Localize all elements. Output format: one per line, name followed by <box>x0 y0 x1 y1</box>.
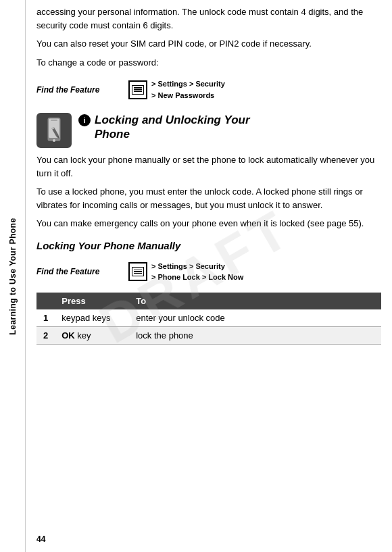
find-feature-1-label: Find the Feature <box>36 85 124 95</box>
find-feature-2: Find the Feature > Settings > Security >… <box>36 258 381 286</box>
table-cell-press: OK key <box>55 326 129 344</box>
find-feature-2-label: Find the Feature <box>36 267 124 276</box>
main-content: accessing your personal information. The… <box>26 0 392 552</box>
section-title-wrapper: i Locking and Unlocking Your Phone <box>78 113 381 142</box>
find-feature-2-path: > Settings > Security > Phone Lock > Loc… <box>151 261 243 283</box>
table-col-press: Press <box>55 293 129 309</box>
menu-line-2 <box>134 89 142 91</box>
menu-icon-2-inner <box>132 267 144 276</box>
phone-icon-svg <box>44 118 64 143</box>
table-cell-to: lock the phone <box>129 326 381 344</box>
section-title: Locking and Unlocking Your Phone <box>95 113 250 142</box>
table-cell-to: enter your unlock code <box>129 309 381 327</box>
table-row: 2OK keylock the phone <box>36 326 381 344</box>
intro-para2: You can also reset your SIM card PIN cod… <box>36 37 381 51</box>
menu-icon-2 <box>128 262 147 281</box>
press-table: Press To 1keypad keysenter your unlock c… <box>36 293 381 345</box>
body-para3: You can make emergency calls on your pho… <box>36 217 381 230</box>
section-title-line1: Locking and Unlocking Your <box>95 114 250 126</box>
menu-icon-inner <box>132 85 144 95</box>
body-para1: You can lock your phone manually or set … <box>36 153 381 180</box>
sidebar: Learning to Use Your Phone <box>0 0 26 552</box>
phone-icon-box <box>36 113 72 148</box>
table-row: 1keypad keysenter your unlock code <box>36 309 381 327</box>
svg-point-2 <box>53 139 55 142</box>
menu-icon <box>128 80 147 99</box>
intro-para1: accessing your personal information. The… <box>36 5 381 32</box>
table-cell-num: 1 <box>36 309 55 327</box>
find-feature-2-path-line2: > Phone Lock > Lock Now <box>151 272 243 283</box>
menu-line-1 <box>134 87 142 89</box>
find-feature-1: Find the Feature > Settings > Security >… <box>36 76 381 103</box>
section-title-line2: Phone <box>95 128 130 141</box>
find-feature-1-path-line1: > Settings > Security <box>151 78 225 90</box>
info-badge: i <box>78 114 91 126</box>
table-cell-num: 2 <box>36 326 55 344</box>
sidebar-label: Learning to Use Your Phone <box>8 218 18 334</box>
table-col-num <box>36 293 55 309</box>
page-number: 44 <box>36 534 45 544</box>
table-cell-press: keypad keys <box>55 309 129 327</box>
section-header: i Locking and Unlocking Your Phone <box>36 113 381 148</box>
find-feature-1-path-line2: > New Passwords <box>151 90 225 101</box>
table-col-to: To <box>129 293 381 309</box>
body-para2: To use a locked phone, you must enter th… <box>36 185 381 211</box>
menu-line-6 <box>134 273 142 274</box>
subsection-title: Locking Your Phone Manually <box>36 240 381 251</box>
menu-line-5 <box>134 271 142 272</box>
intro-para3: To change a code or password: <box>36 56 381 70</box>
table-header-row: Press To <box>36 293 381 309</box>
find-feature-1-path: > Settings > Security > New Passwords <box>151 78 225 101</box>
menu-line-4 <box>134 270 142 271</box>
find-feature-2-path-line1: > Settings > Security <box>151 261 243 272</box>
page-container: Learning to Use Your Phone accessing you… <box>0 0 392 552</box>
menu-line-3 <box>134 91 142 92</box>
